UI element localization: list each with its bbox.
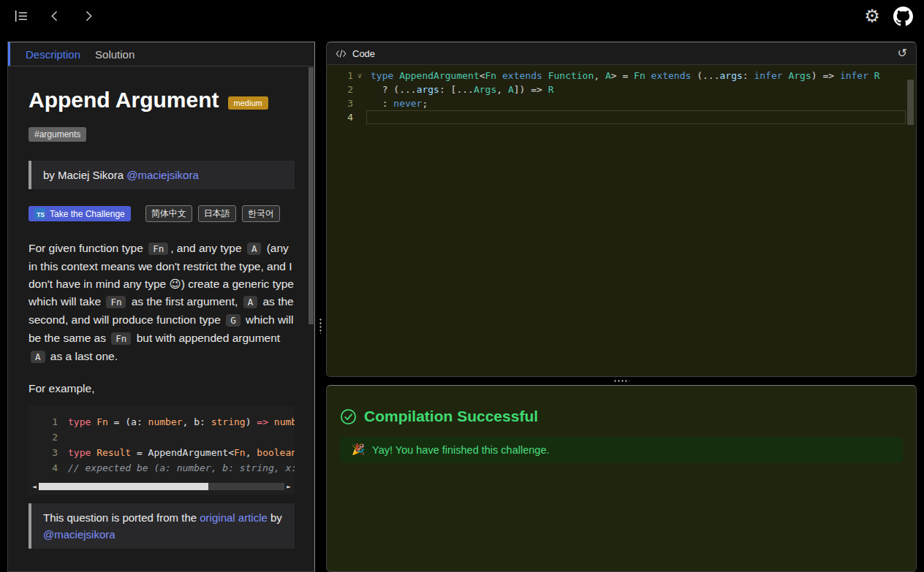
fold-gutter bbox=[58, 414, 68, 430]
line-content: // expected be (a: number, b: string, x:… bbox=[68, 460, 295, 476]
tab-bar: Description Solution bbox=[8, 42, 314, 66]
line-content: type Result = AppendArgument<Fn, boolean… bbox=[68, 445, 295, 460]
fold-gutter bbox=[353, 83, 366, 96]
title-row: Append Argument medium bbox=[29, 88, 295, 113]
code-line: 1type Fn = (a: number, b: string) => num… bbox=[29, 414, 295, 430]
editor-scrollbar-thumb[interactable] bbox=[907, 80, 914, 125]
description-content: Append Argument medium #arguments by Mac… bbox=[8, 67, 308, 571]
reset-button[interactable]: ↺ bbox=[898, 47, 907, 59]
code-panel-title: Code bbox=[352, 48, 375, 59]
line-content: ? (...args: [...Args, A]) => R bbox=[366, 83, 906, 96]
line-content bbox=[366, 110, 906, 124]
inline-link[interactable]: @maciejsikora bbox=[43, 528, 116, 541]
github-icon bbox=[893, 7, 913, 26]
line-number: 3 bbox=[327, 96, 353, 110]
example-code-block: 1type Fn = (a: number, b: string) => num… bbox=[29, 405, 295, 495]
forward-button[interactable] bbox=[76, 4, 101, 28]
text-segment: 😉 bbox=[170, 278, 181, 290]
github-button[interactable] bbox=[890, 4, 915, 28]
success-banner: 🎉 Yay! You have finished this challenge. bbox=[340, 437, 903, 462]
code-line: 3type Result = AppendArgument<Fn, boolea… bbox=[29, 445, 295, 460]
sidebar-toggle-button[interactable] bbox=[9, 4, 34, 28]
inline-code: A bbox=[247, 243, 262, 255]
line-content: type AppendArgument<Fn extends Function,… bbox=[366, 69, 906, 83]
editor-lines: 1∨type AppendArgument<Fn extends Functio… bbox=[327, 69, 916, 124]
topbar: ⚙ bbox=[0, 0, 924, 32]
text-segment: as a last one. bbox=[48, 350, 118, 362]
typescript-logo-icon: TS bbox=[34, 208, 45, 219]
scroll-left-arrow-icon[interactable]: ◄ bbox=[30, 483, 39, 490]
inline-code: Fn bbox=[106, 296, 126, 308]
line-number: 4 bbox=[29, 460, 58, 476]
inline-code: G bbox=[226, 314, 241, 327]
back-button[interactable] bbox=[42, 4, 67, 28]
fold-gutter bbox=[58, 460, 68, 476]
code-line: 2 ? (...args: [...Args, A]) => R bbox=[327, 83, 916, 96]
scroll-right-arrow-icon[interactable]: ► bbox=[284, 483, 293, 490]
text-segment: but with appended argument bbox=[133, 332, 280, 344]
topbar-left-group bbox=[9, 4, 101, 28]
text-segment: , and any type bbox=[170, 242, 245, 254]
lang-button-ko[interactable]: 한국어 bbox=[242, 205, 280, 222]
chevron-left-icon bbox=[48, 9, 62, 23]
code-panel: Code ↺ 1∨type AppendArgument<Fn extends … bbox=[326, 42, 917, 377]
text-segment: as the first argument, bbox=[128, 295, 241, 308]
code-panel-header: Code ↺ bbox=[327, 42, 916, 65]
inline-link[interactable]: @maciejsikora bbox=[126, 169, 199, 181]
panel-toggle-icon bbox=[13, 8, 29, 24]
scrollbar-thumb[interactable] bbox=[39, 483, 208, 490]
compilation-status: Compilation Successful bbox=[340, 408, 903, 425]
lang-button-ja[interactable]: 日本語 bbox=[198, 205, 236, 222]
fold-gutter bbox=[353, 110, 366, 124]
line-number: 3 bbox=[29, 445, 58, 460]
chevron-right-icon bbox=[81, 9, 96, 23]
code-line: 3 : never; bbox=[327, 96, 916, 110]
page-title: Append Argument bbox=[29, 88, 219, 113]
active-tab-indicator bbox=[8, 42, 10, 66]
vertical-splitter[interactable] bbox=[316, 42, 326, 572]
code-line: 1∨type AppendArgument<Fn extends Functio… bbox=[327, 69, 916, 83]
line-content: : never; bbox=[366, 96, 906, 110]
take-challenge-button[interactable]: TS Take the Challenge bbox=[29, 206, 131, 221]
description-scrollbar-thumb[interactable] bbox=[308, 67, 314, 324]
topic-tag: #arguments bbox=[29, 127, 86, 142]
horizontal-scrollbar[interactable]: ◄ ► bbox=[30, 483, 293, 490]
fold-gutter bbox=[353, 96, 366, 110]
inline-code: A bbox=[243, 296, 258, 308]
text-segment: by Maciej Sikora bbox=[43, 169, 126, 181]
code-line: 4// expected be (a: number, b: string, x… bbox=[29, 460, 295, 476]
party-emoji: 🎉 bbox=[352, 443, 365, 456]
lang-button-zh-hans[interactable]: 简体中文 bbox=[145, 205, 192, 222]
actions-row: TS Take the Challenge 简体中文 日本語 한국어 bbox=[29, 205, 295, 222]
inline-code: A bbox=[31, 351, 45, 363]
success-message: Yay! You have finished this challenge. bbox=[372, 444, 549, 456]
difficulty-badge: medium bbox=[228, 96, 268, 110]
take-challenge-label: Take the Challenge bbox=[50, 209, 125, 219]
compilation-status-text: Compilation Successful bbox=[364, 408, 538, 425]
example-heading: For example, bbox=[29, 382, 295, 395]
description-scrollbar[interactable] bbox=[308, 67, 314, 571]
tab-solution[interactable]: Solution bbox=[88, 42, 142, 66]
example-code-lines: 1type Fn = (a: number, b: string) => num… bbox=[29, 414, 295, 476]
scrollbar-track[interactable] bbox=[39, 483, 284, 490]
reset-icon: ↺ bbox=[898, 47, 907, 59]
horizontal-splitter[interactable] bbox=[326, 377, 917, 385]
line-number: 2 bbox=[327, 83, 353, 96]
line-number: 4 bbox=[327, 110, 353, 124]
inline-code: Fn bbox=[148, 243, 168, 255]
inline-link[interactable]: original article bbox=[200, 511, 268, 524]
settings-button[interactable]: ⚙ bbox=[860, 4, 885, 28]
code-line: 4 bbox=[327, 110, 916, 124]
splitter-grip-icon bbox=[613, 379, 629, 383]
fold-chevron-icon[interactable]: ∨ bbox=[353, 69, 366, 83]
text-segment: This question is ported from the bbox=[43, 511, 200, 524]
gear-icon: ⚙ bbox=[864, 7, 880, 25]
fold-gutter bbox=[58, 445, 68, 460]
code-icon bbox=[336, 49, 346, 58]
challenge-description: For given function type Fn, and any type… bbox=[29, 240, 295, 366]
code-editor[interactable]: 1∨type AppendArgument<Fn extends Functio… bbox=[327, 65, 916, 376]
check-circle-icon bbox=[340, 408, 357, 425]
fold-gutter bbox=[58, 430, 68, 445]
splitter-grip-icon bbox=[319, 318, 322, 334]
tab-description[interactable]: Description bbox=[18, 42, 88, 66]
